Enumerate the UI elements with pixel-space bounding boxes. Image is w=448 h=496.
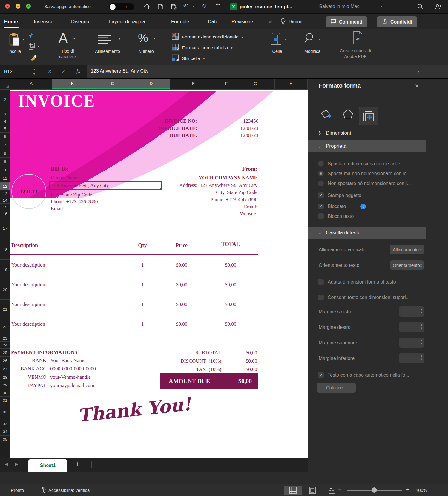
save-icon[interactable] bbox=[157, 3, 164, 11]
copy-dropdown-icon[interactable]: ▾ bbox=[38, 45, 39, 48]
search-icon[interactable] bbox=[417, 3, 424, 11]
row-header[interactable]: 23 bbox=[0, 335, 10, 342]
lock-text-checkbox[interactable] bbox=[318, 213, 324, 219]
tab-overflow-chevrons[interactable]: » bbox=[269, 14, 272, 29]
column-header[interactable]: E bbox=[170, 79, 217, 90]
bottom-margin-field[interactable]: ▲▼ bbox=[399, 353, 424, 363]
select-all-corner[interactable] bbox=[0, 79, 10, 90]
column-header[interactable]: H bbox=[275, 79, 308, 90]
paste-dropdown-icon[interactable]: ▾ bbox=[23, 38, 24, 41]
right-margin-field[interactable]: ▲▼ bbox=[399, 322, 424, 332]
formula-bar-expand-icon[interactable]: ▾ bbox=[418, 70, 419, 73]
zoom-window-button[interactable]: ⊘ bbox=[26, 4, 31, 9]
dont-move-size-radio[interactable] bbox=[318, 181, 324, 186]
row-header[interactable]: 32 bbox=[0, 404, 10, 420]
left-margin-spinner[interactable]: ▲▼ bbox=[420, 308, 423, 314]
fill-handle[interactable] bbox=[160, 188, 162, 190]
cell-styles-button[interactable]: Stili cella ▾ bbox=[172, 54, 205, 63]
document-title[interactable]: pinky_invoice_templ... bbox=[240, 4, 292, 10]
edit-dropdown-icon[interactable]: ▾ bbox=[318, 38, 320, 41]
row-header[interactable]: 14 bbox=[0, 197, 10, 204]
normal-view-button[interactable] bbox=[284, 486, 302, 495]
row-header[interactable]: 26 bbox=[0, 357, 10, 365]
sheet-tab-active[interactable]: Sheet1 bbox=[28, 459, 67, 472]
share-user-icon[interactable] bbox=[434, 3, 442, 12]
move-size-with-cells-radio[interactable] bbox=[318, 161, 324, 167]
accessibility-status[interactable]: Accessibilità: verifica bbox=[48, 488, 90, 493]
next-sheet-arrow-icon[interactable]: ▶ bbox=[15, 462, 18, 466]
confirm-entry-icon[interactable]: ✓ bbox=[62, 69, 65, 74]
sheet-canvas[interactable]: INVOICE INVOICE NO:123456 INVOICE DATE:1… bbox=[10, 90, 308, 458]
tab-revisione[interactable]: Revisione bbox=[231, 14, 253, 29]
right-margin-spinner[interactable]: ▲▼ bbox=[420, 323, 423, 330]
size-properties-tab[interactable] bbox=[359, 107, 378, 125]
row-header[interactable]: 9 bbox=[0, 158, 10, 166]
row-header[interactable]: 20 bbox=[0, 280, 10, 300]
zoom-level[interactable]: 100% bbox=[416, 488, 427, 493]
save-as-icon[interactable] bbox=[171, 3, 177, 11]
text-box-section-header[interactable]: ⌄ Casella di testo bbox=[308, 227, 426, 239]
dimensions-section-header[interactable]: ❯ Dimensioni bbox=[308, 126, 426, 140]
row-header[interactable]: 3 bbox=[0, 110, 10, 118]
row-header[interactable]: 22 bbox=[0, 319, 10, 335]
row-header[interactable]: 6 bbox=[0, 133, 10, 141]
tab-dati[interactable]: Dati bbox=[208, 14, 217, 29]
minimize-window-button[interactable]: ─ bbox=[16, 4, 20, 9]
row-header[interactable]: 29 bbox=[0, 381, 10, 389]
selected-cell-b12[interactable]: 123 Anywhere St., Any City bbox=[49, 181, 162, 190]
bottom-margin-spinner[interactable]: ▲▼ bbox=[420, 354, 423, 361]
left-margin-field[interactable]: ▲▼ bbox=[399, 306, 424, 317]
print-object-checkbox[interactable] bbox=[318, 192, 324, 198]
alignment-icon[interactable] bbox=[97, 34, 116, 46]
properties-section-header[interactable]: ⌄ Proprietà bbox=[308, 140, 426, 152]
home-icon[interactable] bbox=[143, 3, 150, 11]
insert-function-icon[interactable]: fx bbox=[76, 68, 80, 74]
zoom-slider-knob[interactable] bbox=[372, 487, 377, 493]
row-header[interactable]: 11 bbox=[0, 174, 10, 182]
name-box[interactable]: B12 ▲▼ bbox=[0, 65, 39, 79]
effects-tab-icon[interactable] bbox=[343, 109, 353, 121]
wrap-text-checkbox[interactable] bbox=[318, 372, 324, 378]
vertical-alignment-dropdown[interactable]: Allineamento... bbox=[390, 245, 424, 254]
font-dropdown-icon[interactable]: ▾ bbox=[73, 37, 75, 40]
edit-icon[interactable] bbox=[303, 32, 317, 46]
conditional-formatting-button[interactable]: Formattazione condizionale ▾ bbox=[172, 33, 243, 41]
tab-home[interactable]: Home bbox=[4, 14, 18, 29]
row-header[interactable]: 31 bbox=[0, 397, 10, 404]
comments-button[interactable]: Commenti bbox=[326, 16, 367, 27]
autosave-toggle[interactable]: o bbox=[109, 3, 134, 10]
row-header[interactable]: 8 bbox=[0, 149, 10, 158]
redo-icon[interactable]: ↻ bbox=[202, 2, 207, 10]
row-header[interactable]: 16 bbox=[0, 210, 10, 217]
fit-shape-to-text-checkbox[interactable] bbox=[318, 279, 324, 285]
row-header[interactable]: 33 bbox=[0, 420, 10, 428]
zoom-out-button[interactable]: − bbox=[338, 486, 342, 493]
share-button[interactable]: Condividi bbox=[377, 16, 417, 27]
text-orientation-dropdown[interactable]: Orientamento... bbox=[390, 260, 424, 270]
copy-icon[interactable] bbox=[28, 42, 36, 51]
tell-me-button[interactable]: Dimmi bbox=[289, 14, 303, 29]
row-header[interactable]: 34 bbox=[0, 428, 10, 436]
cells-icon[interactable] bbox=[270, 32, 282, 47]
name-box-spinner[interactable]: ▲▼ bbox=[33, 67, 36, 76]
close-window-button[interactable]: ✕ bbox=[5, 4, 10, 9]
allow-text-overflow-checkbox[interactable] bbox=[318, 295, 324, 300]
page-layout-view-button[interactable] bbox=[303, 486, 322, 495]
row-header[interactable]: 17 bbox=[0, 217, 10, 240]
row-header[interactable]: 35 bbox=[0, 436, 10, 443]
row-header[interactable]: 28 bbox=[0, 373, 10, 381]
undo-dropdown-icon[interactable]: ▾ bbox=[193, 4, 194, 8]
locked-checkbox[interactable] bbox=[318, 204, 324, 209]
save-status-chevron-icon[interactable]: ▾ bbox=[381, 4, 382, 8]
row-header[interactable]: 24 bbox=[0, 342, 10, 349]
column-header[interactable]: C bbox=[93, 79, 132, 90]
move-not-size-radio[interactable] bbox=[318, 171, 324, 176]
row-header[interactable]: 4 bbox=[0, 118, 10, 125]
formula-input[interactable]: 123 Anywhere St., Any City bbox=[87, 65, 448, 78]
cut-icon[interactable]: ✂ bbox=[27, 31, 36, 39]
row-header[interactable]: 19 bbox=[0, 260, 10, 280]
row-header[interactable]: 15 bbox=[0, 204, 10, 210]
column-header[interactable]: G bbox=[236, 79, 275, 90]
row-header[interactable]: 13 bbox=[0, 190, 10, 197]
tab-disegno[interactable]: Disegno bbox=[71, 14, 89, 29]
